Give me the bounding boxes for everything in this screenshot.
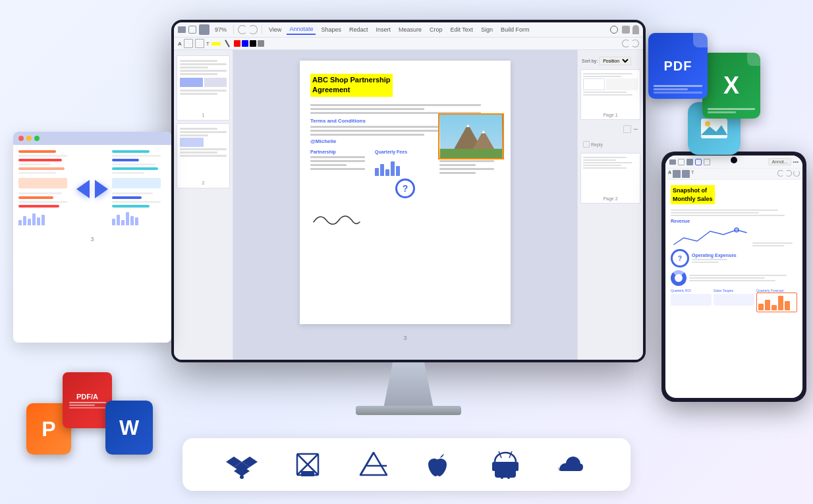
e-line-2: [439, 160, 494, 162]
more-icon[interactable]: •••: [634, 127, 638, 131]
expand-icon[interactable]: [623, 125, 631, 133]
t-menu-icon[interactable]: [669, 159, 676, 165]
tablet-notch: [731, 157, 737, 163]
ta-shape[interactable]: [682, 170, 690, 178]
ta-box[interactable]: [673, 170, 681, 178]
svg-rect-15: [301, 471, 314, 476]
ta-text[interactable]: T: [691, 170, 694, 178]
page-thumb-1-content: [583, 73, 638, 113]
toolbar-buildform[interactable]: Build Form: [498, 25, 532, 34]
text-box-icon[interactable]: [184, 39, 193, 48]
dropbox-icon[interactable]: [226, 449, 258, 480]
page-thumb-1[interactable]: Page 1: [580, 69, 640, 120]
font-a-icon[interactable]: A: [178, 41, 182, 47]
thumbnail-1[interactable]: 1: [177, 55, 230, 121]
toolbar-sign[interactable]: Sign: [478, 25, 495, 34]
tablet-content: Snapshot of Monthly Sales Revenue: [665, 180, 802, 398]
card-header: [13, 132, 171, 145]
xlsx-badge: X: [702, 53, 760, 119]
ta-back[interactable]: [793, 170, 800, 177]
page-number-3: 3: [401, 332, 409, 344]
xlsx-label: X: [723, 72, 739, 99]
sort-label: Sort by:: [582, 59, 598, 63]
view-icon[interactable]: [199, 24, 210, 35]
left-card-page: 3: [13, 233, 171, 245]
maximize-dot[interactable]: [34, 136, 40, 141]
toolbar-shapes[interactable]: Shapes: [318, 25, 344, 34]
donut-section: [671, 270, 797, 286]
toolbar-redact[interactable]: Redact: [347, 25, 371, 34]
t-annot-label[interactable]: Annot...: [768, 158, 791, 165]
svg-rect-20: [515, 462, 519, 471]
menu-icon[interactable]: [178, 26, 186, 33]
color-pickers[interactable]: [234, 40, 264, 47]
word-label: W: [119, 416, 139, 440]
toolbar-view[interactable]: View: [266, 25, 284, 34]
circle-container: ? Operating Expenses: [671, 249, 797, 267]
shape-icon[interactable]: [195, 39, 204, 48]
arrows: [76, 150, 108, 228]
t-text-icon[interactable]: [704, 159, 710, 165]
right-arrow: [95, 180, 108, 198]
t-page-icon[interactable]: [678, 159, 685, 165]
signature: [310, 209, 500, 232]
toolbar-insert[interactable]: Insert: [373, 25, 393, 34]
p-line-2: [310, 160, 365, 162]
svg-rect-19: [492, 462, 495, 471]
reply-checkbox[interactable]: [583, 141, 590, 148]
page-2-label: Page 2: [583, 196, 638, 201]
zoom-display[interactable]: 97%: [212, 25, 229, 34]
left-doc-col: [18, 150, 72, 228]
highlight-icon[interactable]: [211, 42, 221, 45]
pencil-icon[interactable]: [223, 39, 232, 48]
comment-icon[interactable]: [622, 26, 630, 34]
close-dot[interactable]: [18, 136, 24, 141]
android-icon[interactable]: [490, 449, 521, 480]
onedrive-icon[interactable]: [555, 449, 587, 480]
search-icon[interactable]: [610, 26, 618, 34]
toolbar-edittext[interactable]: Edit Text: [448, 25, 476, 34]
thumbnail-2[interactable]: 2: [177, 123, 230, 188]
forecast-chart: [756, 293, 797, 312]
annotation-toolbar: A T: [174, 38, 643, 50]
redo-annot[interactable]: [631, 40, 639, 47]
wondershare-icon[interactable]: [292, 449, 323, 480]
tablet-annot-bar: A T: [665, 169, 802, 180]
t-view-icon[interactable]: [687, 159, 693, 165]
toolbar-crop[interactable]: Crop: [427, 25, 445, 34]
embedded-image[interactable]: [438, 113, 504, 159]
minimize-dot[interactable]: [26, 136, 32, 141]
t-annotate-icon[interactable]: [695, 159, 702, 165]
document-area[interactable]: ABC Shop Partnership Agreement: [233, 50, 577, 360]
tablet-title: Snapshot of Monthly Sales: [671, 185, 715, 204]
p-line-4: [310, 168, 365, 170]
svg-rect-21: [501, 474, 503, 479]
toolbar-measure[interactable]: Measure: [396, 25, 424, 34]
e-line-3: [439, 164, 476, 166]
ta-redo[interactable]: [785, 170, 792, 177]
donut-chart-1: [671, 270, 687, 286]
undo-icon[interactable]: [238, 25, 247, 34]
pdf-badge: PDF: [648, 33, 708, 99]
tablet-revenue: Revenue: [671, 219, 797, 223]
text-icon[interactable]: T: [206, 41, 210, 47]
ta-font[interactable]: A: [668, 170, 671, 178]
e-line-4: [439, 168, 494, 170]
toolbar-annotate[interactable]: Annotate: [287, 24, 316, 35]
apple-icon[interactable]: [424, 449, 455, 480]
mic-icon[interactable]: [632, 25, 639, 34]
divider1: [233, 25, 234, 34]
redo-icon[interactable]: [248, 25, 258, 34]
svg-marker-16: [360, 453, 387, 475]
undo-annot[interactable]: [622, 40, 630, 47]
google-drive-icon[interactable]: [358, 449, 389, 480]
word-badge: W: [105, 401, 153, 455]
page-thumb-2[interactable]: Page 2: [580, 153, 640, 204]
page-icon[interactable]: [188, 26, 196, 34]
sort-select[interactable]: Position: [599, 57, 631, 65]
t-more-icon[interactable]: •••: [793, 159, 799, 165]
ta-undo[interactable]: [777, 170, 784, 177]
quarterly-forecast-col: Quarterly Forecast: [756, 289, 797, 312]
right-panel: Sort by: Position: [577, 50, 643, 360]
right-doc-col: [112, 150, 166, 228]
